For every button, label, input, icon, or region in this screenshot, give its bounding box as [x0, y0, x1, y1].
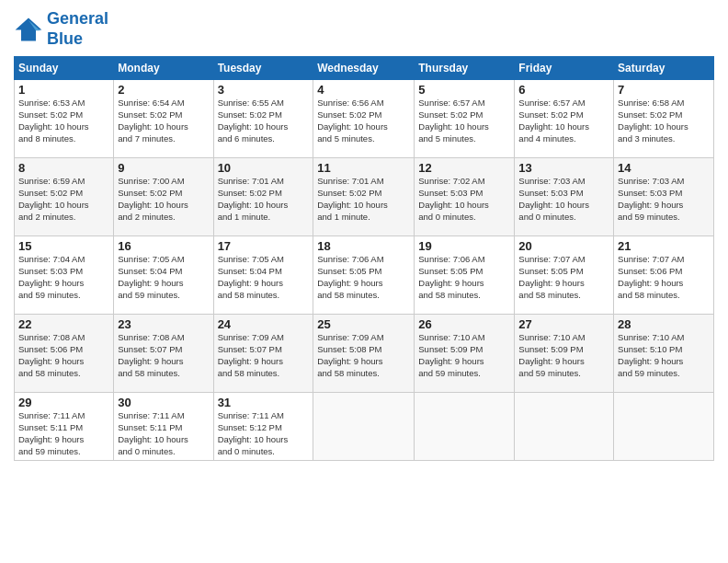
header: General Blue — [14, 9, 714, 49]
main-container: General Blue SundayMondayTuesdayWednesda… — [0, 0, 728, 470]
day-info: Sunrise: 6:54 AM Sunset: 5:02 PM Dayligh… — [118, 98, 209, 144]
weekday-header-row: SundayMondayTuesdayWednesdayThursdayFrid… — [15, 57, 714, 80]
day-number: 13 — [518, 161, 609, 175]
day-cell: 20Sunrise: 7:07 AM Sunset: 5:05 PM Dayli… — [515, 236, 614, 315]
day-cell: 17Sunrise: 7:05 AM Sunset: 5:04 PM Dayli… — [213, 236, 313, 315]
day-number: 4 — [317, 83, 410, 97]
weekday-thursday: Thursday — [415, 57, 515, 80]
day-info: Sunrise: 7:08 AM Sunset: 5:06 PM Dayligh… — [18, 332, 109, 379]
day-cell: 30Sunrise: 7:11 AM Sunset: 5:11 PM Dayli… — [114, 393, 213, 461]
day-info: Sunrise: 7:08 AM Sunset: 5:07 PM Dayligh… — [118, 332, 209, 379]
day-cell: 3Sunrise: 6:55 AM Sunset: 5:02 PM Daylig… — [213, 80, 313, 158]
day-number: 6 — [518, 83, 609, 97]
day-cell: 4Sunrise: 6:56 AM Sunset: 5:02 PM Daylig… — [313, 80, 415, 158]
day-info: Sunrise: 7:03 AM Sunset: 5:03 PM Dayligh… — [518, 176, 609, 223]
day-cell: 5Sunrise: 6:57 AM Sunset: 5:02 PM Daylig… — [415, 80, 515, 158]
day-cell: 9Sunrise: 7:00 AM Sunset: 5:02 PM Daylig… — [114, 158, 213, 236]
weekday-monday: Monday — [114, 57, 213, 80]
day-info: Sunrise: 7:01 AM Sunset: 5:02 PM Dayligh… — [218, 176, 310, 223]
week-row-4: 22Sunrise: 7:08 AM Sunset: 5:06 PM Dayli… — [15, 315, 714, 393]
day-number: 26 — [418, 317, 510, 331]
day-cell: 24Sunrise: 7:09 AM Sunset: 5:07 PM Dayli… — [213, 315, 313, 393]
day-info: Sunrise: 7:04 AM Sunset: 5:03 PM Dayligh… — [18, 254, 109, 301]
day-number: 18 — [317, 239, 410, 253]
day-number: 1 — [18, 83, 109, 97]
day-info: Sunrise: 7:07 AM Sunset: 5:06 PM Dayligh… — [618, 254, 710, 301]
day-number: 30 — [118, 396, 209, 409]
day-info: Sunrise: 6:53 AM Sunset: 5:02 PM Dayligh… — [18, 98, 109, 144]
day-info: Sunrise: 7:00 AM Sunset: 5:02 PM Dayligh… — [118, 176, 209, 223]
day-cell: 21Sunrise: 7:07 AM Sunset: 5:06 PM Dayli… — [614, 236, 714, 315]
day-number: 24 — [218, 317, 310, 331]
weekday-tuesday: Tuesday — [213, 57, 313, 80]
calendar-table: SundayMondayTuesdayWednesdayThursdayFrid… — [14, 56, 714, 461]
day-number: 21 — [618, 239, 710, 253]
day-number: 14 — [618, 161, 710, 175]
day-cell: 1Sunrise: 6:53 AM Sunset: 5:02 PM Daylig… — [15, 80, 114, 158]
day-cell — [415, 393, 515, 461]
day-info: Sunrise: 7:06 AM Sunset: 5:05 PM Dayligh… — [317, 254, 410, 301]
day-cell: 25Sunrise: 7:09 AM Sunset: 5:08 PM Dayli… — [313, 315, 415, 393]
day-cell: 27Sunrise: 7:10 AM Sunset: 5:09 PM Dayli… — [515, 315, 614, 393]
day-info: Sunrise: 6:55 AM Sunset: 5:02 PM Dayligh… — [218, 98, 310, 144]
day-info: Sunrise: 6:58 AM Sunset: 5:02 PM Dayligh… — [618, 98, 710, 144]
day-info: Sunrise: 7:11 AM Sunset: 5:12 PM Dayligh… — [218, 410, 310, 457]
day-number: 17 — [218, 239, 310, 253]
day-number: 27 — [518, 317, 609, 331]
day-cell: 11Sunrise: 7:01 AM Sunset: 5:02 PM Dayli… — [313, 158, 415, 236]
day-info: Sunrise: 6:59 AM Sunset: 5:02 PM Dayligh… — [18, 176, 109, 223]
weekday-saturday: Saturday — [614, 57, 714, 80]
day-number: 7 — [618, 83, 710, 97]
day-info: Sunrise: 7:09 AM Sunset: 5:07 PM Dayligh… — [218, 332, 310, 379]
logo-general: General — [47, 9, 108, 28]
day-info: Sunrise: 7:01 AM Sunset: 5:02 PM Dayligh… — [317, 176, 410, 223]
weekday-friday: Friday — [515, 57, 614, 80]
day-cell: 8Sunrise: 6:59 AM Sunset: 5:02 PM Daylig… — [15, 158, 114, 236]
day-number: 22 — [18, 317, 109, 331]
day-cell: 29Sunrise: 7:11 AM Sunset: 5:11 PM Dayli… — [15, 393, 114, 461]
day-number: 12 — [418, 161, 510, 175]
day-number: 10 — [218, 161, 310, 175]
day-cell — [515, 393, 614, 461]
weekday-wednesday: Wednesday — [313, 57, 415, 80]
day-number: 15 — [18, 239, 109, 253]
day-number: 19 — [418, 239, 510, 253]
day-number: 5 — [418, 83, 510, 97]
day-number: 8 — [18, 161, 109, 175]
day-cell: 23Sunrise: 7:08 AM Sunset: 5:07 PM Dayli… — [114, 315, 213, 393]
logo-icon — [14, 17, 43, 42]
day-number: 29 — [18, 396, 109, 409]
week-row-5: 29Sunrise: 7:11 AM Sunset: 5:11 PM Dayli… — [15, 393, 714, 461]
day-info: Sunrise: 7:07 AM Sunset: 5:05 PM Dayligh… — [518, 254, 609, 301]
day-cell: 10Sunrise: 7:01 AM Sunset: 5:02 PM Dayli… — [213, 158, 313, 236]
day-cell: 28Sunrise: 7:10 AM Sunset: 5:10 PM Dayli… — [614, 315, 714, 393]
day-info: Sunrise: 7:09 AM Sunset: 5:08 PM Dayligh… — [317, 332, 410, 379]
day-info: Sunrise: 7:02 AM Sunset: 5:03 PM Dayligh… — [418, 176, 510, 223]
day-number: 9 — [118, 161, 209, 175]
day-info: Sunrise: 7:11 AM Sunset: 5:11 PM Dayligh… — [118, 410, 209, 457]
day-info: Sunrise: 7:03 AM Sunset: 5:03 PM Dayligh… — [618, 176, 710, 223]
day-cell — [313, 393, 415, 461]
week-row-1: 1Sunrise: 6:53 AM Sunset: 5:02 PM Daylig… — [15, 80, 714, 158]
day-cell: 13Sunrise: 7:03 AM Sunset: 5:03 PM Dayli… — [515, 158, 614, 236]
day-cell: 7Sunrise: 6:58 AM Sunset: 5:02 PM Daylig… — [614, 80, 714, 158]
day-info: Sunrise: 6:56 AM Sunset: 5:02 PM Dayligh… — [317, 98, 410, 144]
day-info: Sunrise: 6:57 AM Sunset: 5:02 PM Dayligh… — [418, 98, 510, 144]
day-info: Sunrise: 7:10 AM Sunset: 5:09 PM Dayligh… — [418, 332, 510, 379]
day-cell: 14Sunrise: 7:03 AM Sunset: 5:03 PM Dayli… — [614, 158, 714, 236]
day-number: 28 — [618, 317, 710, 331]
day-cell: 12Sunrise: 7:02 AM Sunset: 5:03 PM Dayli… — [415, 158, 515, 236]
logo: General Blue — [14, 9, 108, 49]
day-info: Sunrise: 7:05 AM Sunset: 5:04 PM Dayligh… — [218, 254, 310, 301]
day-info: Sunrise: 7:11 AM Sunset: 5:11 PM Dayligh… — [18, 410, 109, 457]
day-cell: 6Sunrise: 6:57 AM Sunset: 5:02 PM Daylig… — [515, 80, 614, 158]
day-number: 11 — [317, 161, 410, 175]
day-cell — [614, 393, 714, 461]
day-info: Sunrise: 6:57 AM Sunset: 5:02 PM Dayligh… — [518, 98, 609, 144]
day-cell: 19Sunrise: 7:06 AM Sunset: 5:05 PM Dayli… — [415, 236, 515, 315]
day-cell: 2Sunrise: 6:54 AM Sunset: 5:02 PM Daylig… — [114, 80, 213, 158]
day-cell: 15Sunrise: 7:04 AM Sunset: 5:03 PM Dayli… — [15, 236, 114, 315]
day-info: Sunrise: 7:10 AM Sunset: 5:10 PM Dayligh… — [618, 332, 710, 379]
day-cell: 18Sunrise: 7:06 AM Sunset: 5:05 PM Dayli… — [313, 236, 415, 315]
day-cell: 26Sunrise: 7:10 AM Sunset: 5:09 PM Dayli… — [415, 315, 515, 393]
